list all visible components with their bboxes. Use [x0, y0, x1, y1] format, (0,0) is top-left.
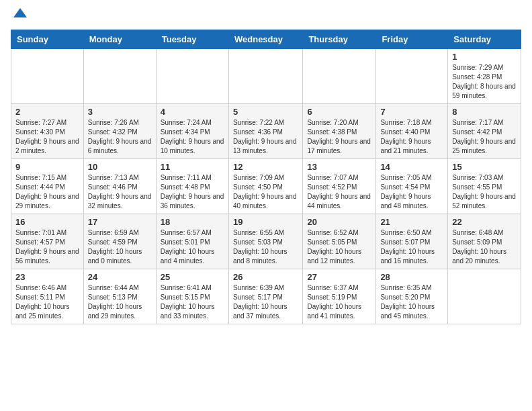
day-number: 25: [161, 272, 224, 282]
calendar-cell: [83, 49, 156, 104]
calendar-cell: 9Sunrise: 7:15 AM Sunset: 4:44 PM Daylig…: [11, 159, 84, 214]
calendar-cell: [228, 49, 302, 104]
day-info: Sunrise: 6:52 AM Sunset: 5:05 PM Dayligh…: [307, 228, 371, 266]
calendar-cell: 1Sunrise: 7:29 AM Sunset: 4:28 PM Daylig…: [448, 49, 521, 104]
day-info: Sunrise: 7:13 AM Sunset: 4:46 PM Dayligh…: [88, 173, 152, 211]
calendar-cell: 17Sunrise: 6:59 AM Sunset: 4:59 PM Dayli…: [83, 214, 156, 269]
calendar-week-1: 2Sunrise: 7:27 AM Sunset: 4:30 PM Daylig…: [11, 104, 521, 159]
calendar-cell: 25Sunrise: 6:41 AM Sunset: 5:15 PM Dayli…: [156, 269, 228, 324]
day-number: 28: [380, 272, 443, 282]
calendar-cell: [11, 49, 84, 104]
calendar-cell: 28Sunrise: 6:35 AM Sunset: 5:20 PM Dayli…: [376, 269, 448, 324]
day-info: Sunrise: 7:15 AM Sunset: 4:44 PM Dayligh…: [15, 173, 79, 211]
day-info: Sunrise: 7:03 AM Sunset: 4:55 PM Dayligh…: [452, 173, 517, 211]
day-info: Sunrise: 7:22 AM Sunset: 4:36 PM Dayligh…: [233, 118, 298, 156]
day-info: Sunrise: 6:46 AM Sunset: 5:11 PM Dayligh…: [15, 283, 79, 321]
calendar-week-3: 16Sunrise: 7:01 AM Sunset: 4:57 PM Dayli…: [11, 214, 521, 269]
day-number: 21: [380, 217, 443, 227]
calendar-week-2: 9Sunrise: 7:15 AM Sunset: 4:44 PM Daylig…: [11, 159, 521, 214]
calendar-cell: [156, 49, 228, 104]
calendar-cell: 15Sunrise: 7:03 AM Sunset: 4:55 PM Dayli…: [448, 159, 521, 214]
calendar-cell: 2Sunrise: 7:27 AM Sunset: 4:30 PM Daylig…: [11, 104, 84, 159]
calendar-cell: 8Sunrise: 7:17 AM Sunset: 4:42 PM Daylig…: [448, 104, 521, 159]
calendar-week-0: 1Sunrise: 7:29 AM Sunset: 4:28 PM Daylig…: [11, 49, 521, 104]
logo: [11, 11, 28, 21]
day-number: 8: [452, 107, 517, 117]
day-number: 12: [233, 162, 298, 172]
calendar-table: SundayMondayTuesdayWednesdayThursdayFrid…: [11, 30, 521, 324]
day-info: Sunrise: 6:48 AM Sunset: 5:09 PM Dayligh…: [452, 228, 517, 266]
day-number: 23: [15, 272, 79, 282]
day-number: 6: [307, 107, 371, 117]
calendar-cell: 6Sunrise: 7:20 AM Sunset: 4:38 PM Daylig…: [303, 104, 376, 159]
day-number: 5: [233, 107, 298, 117]
calendar-cell: 27Sunrise: 6:37 AM Sunset: 5:19 PM Dayli…: [303, 269, 376, 324]
calendar-cell: 20Sunrise: 6:52 AM Sunset: 5:05 PM Dayli…: [303, 214, 376, 269]
day-number: 18: [161, 217, 224, 227]
calendar-cell: 13Sunrise: 7:07 AM Sunset: 4:52 PM Dayli…: [303, 159, 376, 214]
day-number: 13: [307, 162, 371, 172]
calendar-cell: 22Sunrise: 6:48 AM Sunset: 5:09 PM Dayli…: [448, 214, 521, 269]
weekday-header-wednesday: Wednesday: [228, 30, 302, 49]
calendar-cell: 23Sunrise: 6:46 AM Sunset: 5:11 PM Dayli…: [11, 269, 84, 324]
calendar-cell: 10Sunrise: 7:13 AM Sunset: 4:46 PM Dayli…: [83, 159, 156, 214]
day-info: Sunrise: 6:59 AM Sunset: 4:59 PM Dayligh…: [88, 228, 152, 266]
day-number: 1: [452, 52, 517, 62]
day-info: Sunrise: 7:18 AM Sunset: 4:40 PM Dayligh…: [380, 118, 443, 156]
day-number: 4: [161, 107, 224, 117]
day-number: 14: [380, 162, 443, 172]
day-info: Sunrise: 7:07 AM Sunset: 4:52 PM Dayligh…: [307, 173, 371, 211]
calendar-cell: 4Sunrise: 7:24 AM Sunset: 4:34 PM Daylig…: [156, 104, 228, 159]
day-number: 7: [380, 107, 443, 117]
day-info: Sunrise: 7:05 AM Sunset: 4:54 PM Dayligh…: [380, 173, 443, 211]
calendar-header-row: SundayMondayTuesdayWednesdayThursdayFrid…: [11, 30, 521, 49]
logo-icon: [12, 5, 28, 21]
day-number: 3: [88, 107, 152, 117]
calendar-cell: [448, 269, 521, 324]
day-info: Sunrise: 7:27 AM Sunset: 4:30 PM Dayligh…: [15, 118, 79, 156]
weekday-header-friday: Friday: [376, 30, 448, 49]
calendar-cell: 19Sunrise: 6:55 AM Sunset: 5:03 PM Dayli…: [228, 214, 302, 269]
calendar-cell: 5Sunrise: 7:22 AM Sunset: 4:36 PM Daylig…: [228, 104, 302, 159]
day-number: 27: [307, 272, 371, 282]
svg-marker-0: [13, 8, 27, 17]
weekday-header-saturday: Saturday: [448, 30, 521, 49]
calendar-week-4: 23Sunrise: 6:46 AM Sunset: 5:11 PM Dayli…: [11, 269, 521, 324]
day-info: Sunrise: 6:41 AM Sunset: 5:15 PM Dayligh…: [161, 283, 224, 321]
day-number: 15: [452, 162, 517, 172]
calendar-cell: [303, 49, 376, 104]
day-info: Sunrise: 6:55 AM Sunset: 5:03 PM Dayligh…: [233, 228, 298, 266]
day-number: 19: [233, 217, 298, 227]
calendar-cell: 26Sunrise: 6:39 AM Sunset: 5:17 PM Dayli…: [228, 269, 302, 324]
day-info: Sunrise: 6:35 AM Sunset: 5:20 PM Dayligh…: [380, 283, 443, 321]
day-info: Sunrise: 7:24 AM Sunset: 4:34 PM Dayligh…: [161, 118, 224, 156]
day-info: Sunrise: 7:11 AM Sunset: 4:48 PM Dayligh…: [161, 173, 224, 211]
calendar-cell: [376, 49, 448, 104]
calendar-cell: 11Sunrise: 7:11 AM Sunset: 4:48 PM Dayli…: [156, 159, 228, 214]
day-info: Sunrise: 7:29 AM Sunset: 4:28 PM Dayligh…: [452, 63, 517, 101]
weekday-header-thursday: Thursday: [303, 30, 376, 49]
weekday-header-sunday: Sunday: [11, 30, 84, 49]
day-number: 16: [15, 217, 79, 227]
day-number: 11: [161, 162, 224, 172]
weekday-header-monday: Monday: [83, 30, 156, 49]
day-number: 17: [88, 217, 152, 227]
day-number: 9: [15, 162, 79, 172]
day-info: Sunrise: 6:50 AM Sunset: 5:07 PM Dayligh…: [380, 228, 443, 266]
calendar-cell: 18Sunrise: 6:57 AM Sunset: 5:01 PM Dayli…: [156, 214, 228, 269]
day-number: 10: [88, 162, 152, 172]
day-info: Sunrise: 7:09 AM Sunset: 4:50 PM Dayligh…: [233, 173, 298, 211]
calendar-cell: 3Sunrise: 7:26 AM Sunset: 4:32 PM Daylig…: [83, 104, 156, 159]
calendar-cell: 24Sunrise: 6:44 AM Sunset: 5:13 PM Dayli…: [83, 269, 156, 324]
calendar-cell: 14Sunrise: 7:05 AM Sunset: 4:54 PM Dayli…: [376, 159, 448, 214]
day-number: 22: [452, 217, 517, 227]
calendar-cell: 7Sunrise: 7:18 AM Sunset: 4:40 PM Daylig…: [376, 104, 448, 159]
calendar-cell: 16Sunrise: 7:01 AM Sunset: 4:57 PM Dayli…: [11, 214, 84, 269]
day-number: 24: [88, 272, 152, 282]
page-header: [11, 11, 521, 21]
day-info: Sunrise: 7:20 AM Sunset: 4:38 PM Dayligh…: [307, 118, 371, 156]
calendar-cell: 12Sunrise: 7:09 AM Sunset: 4:50 PM Dayli…: [228, 159, 302, 214]
weekday-header-tuesday: Tuesday: [156, 30, 228, 49]
day-info: Sunrise: 7:17 AM Sunset: 4:42 PM Dayligh…: [452, 118, 517, 156]
day-info: Sunrise: 7:01 AM Sunset: 4:57 PM Dayligh…: [15, 228, 79, 266]
